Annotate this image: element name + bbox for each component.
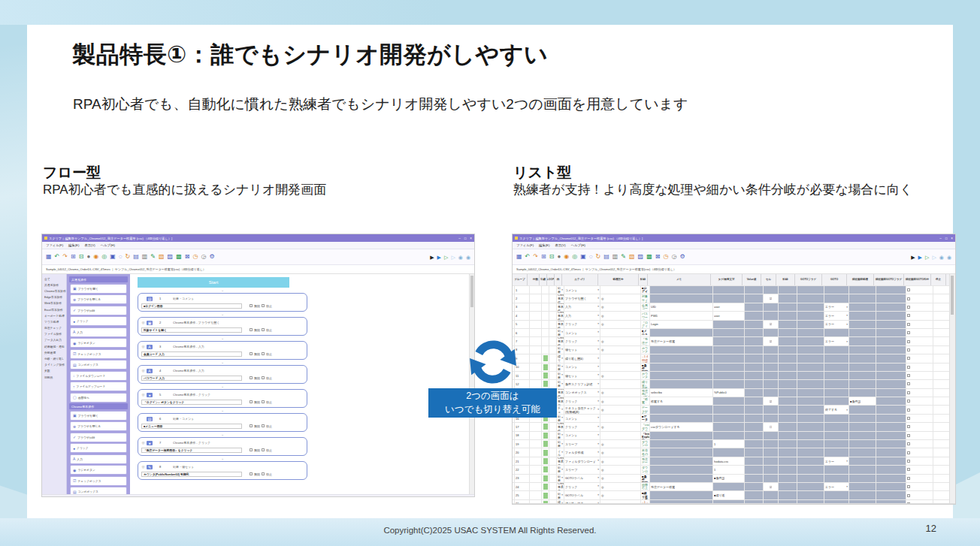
cell-action-dropdown[interactable]: テキスト存在チェック(有無確認): [564, 406, 600, 413]
cell-record-checkbox[interactable]: [764, 363, 779, 371]
toolbar-icon[interactable]: ◶: [671, 254, 676, 260]
cell-value[interactable]: [713, 372, 745, 379]
cell-stop-checkbox[interactable]: [906, 372, 933, 379]
table-row[interactable]: 7 Chrome基本操作 クリック ◎ 「発注データー検索画面」をクリック 発注…: [513, 337, 955, 345]
record-icon[interactable]: [600, 354, 641, 362]
cell-error-handling-dropdown[interactable]: [824, 466, 849, 473]
cell-tag[interactable]: Login: [650, 321, 713, 328]
cell-action-dropdown[interactable]: ファイルダウンロード: [564, 457, 600, 465]
table-row[interactable]: 12 結果 条件スクリプト記述 繰り返し回数により PublicString02…: [513, 380, 955, 388]
cell-category-dropdown[interactable]: Chrome基本操作: [557, 294, 564, 302]
cell-tag[interactable]: csvダウンロードする: [650, 423, 713, 430]
toolbar-icon[interactable]: ✎: [621, 254, 626, 260]
table-row[interactable]: 13 Chrome基本操作 コンボボックス ◎ 発注先に「PublicStrin…: [513, 389, 955, 397]
disable-checkbox[interactable]: [250, 352, 253, 355]
cell-record-checkbox[interactable]: [764, 475, 779, 482]
cell-stop-checkbox[interactable]: [906, 329, 933, 336]
cell-tag[interactable]: [650, 329, 713, 336]
play-control-icon[interactable]: ▶: [918, 255, 922, 260]
stop-checkbox[interactable]: [907, 468, 910, 471]
column-header[interactable]: グループ: [513, 274, 528, 285]
menu-item[interactable]: 表示(V): [84, 243, 95, 247]
cell-category-dropdown[interactable]: Chrome基本操作: [557, 397, 564, 405]
toolbar-icon[interactable]: ✎: [150, 254, 156, 260]
record-icon[interactable]: [600, 380, 641, 388]
cell-stop-checkbox[interactable]: [906, 491, 933, 499]
cell-category-dropdown[interactable]: 結果: [557, 380, 564, 388]
stop-checkbox[interactable]: [907, 477, 910, 480]
disable-checkbox[interactable]: [250, 472, 253, 475]
cell-error-handling-dropdown[interactable]: エラー: [824, 457, 849, 465]
cell-category-dropdown[interactable]: Chrome基本操作: [557, 312, 564, 319]
cell-action-dropdown[interactable]: GOTOラベル: [564, 491, 600, 499]
cell-action-dropdown[interactable]: クリック: [564, 397, 600, 405]
cell-memo[interactable]: 支店名のフォルダがない場合に作成: [641, 448, 650, 456]
disable-checkbox[interactable]: [250, 328, 253, 331]
cell-stop-checkbox[interactable]: [906, 432, 933, 439]
cell-value[interactable]: [713, 415, 745, 422]
stop-checkbox[interactable]: [907, 297, 910, 300]
record-icon[interactable]: ◎: [600, 303, 641, 311]
record-icon[interactable]: [600, 363, 641, 371]
toolbar-icon[interactable]: ▩: [176, 254, 182, 260]
menu-item[interactable]: ファイル(F): [46, 243, 63, 247]
cell-stop-checkbox[interactable]: [906, 423, 933, 430]
category-item[interactable]: マウス処理: [42, 318, 66, 324]
cell-tag[interactable]: [650, 415, 713, 422]
play-control-icon[interactable]: ▷: [932, 255, 936, 260]
cell-error-handling-dropdown[interactable]: [824, 475, 849, 482]
toolbar-icon[interactable]: ◌: [589, 254, 593, 260]
toolbar-icon[interactable]: ▤: [603, 254, 609, 260]
record-icon[interactable]: ◎: [600, 457, 641, 465]
category-item[interactable]: 結果確認・通知: [42, 343, 66, 349]
stop-checkbox[interactable]: [907, 323, 910, 326]
column-header[interactable]: GOTO: [822, 274, 847, 285]
cell-error-handling-dropdown[interactable]: [824, 448, 849, 456]
toolbar-icon[interactable]: ↻: [126, 254, 131, 260]
table-row[interactable]: 8 結果 値セット ◎ カウンタ(PublicNumber02) 初期化: [513, 346, 955, 354]
cell-category-dropdown[interactable]: 結果: [557, 372, 564, 379]
table-row[interactable]: 16 結果 コメント ■データダウンロード画面: [513, 415, 955, 423]
node-text-field[interactable]: 「発注データー検索画面」をクリック: [141, 448, 242, 453]
stop-checkbox[interactable]: [907, 366, 910, 369]
toolbar-icon[interactable]: ↷: [533, 254, 538, 260]
cell-action-dropdown[interactable]: コメント: [564, 415, 600, 422]
table-row[interactable]: 14 Chrome基本操作 クリック ◎ 「検索」ボタンをクリック 検索する ☑…: [513, 397, 955, 406]
play-control-icon[interactable]: ▶: [437, 255, 441, 260]
node-text-field[interactable]: カウンタ(PublicNumber02) 初期化: [141, 472, 242, 477]
record-icon[interactable]: [600, 500, 641, 503]
toolbar-icon[interactable]: ⊞: [541, 254, 546, 260]
cell-stop-checkbox[interactable]: [906, 354, 933, 362]
table-row[interactable]: 1 結果 コメント ■ログイン画面: [513, 286, 955, 294]
cell-category-dropdown[interactable]: 結果: [557, 466, 564, 473]
category-item[interactable]: 外部連携: [42, 349, 66, 355]
toolbar-icon[interactable]: ▦: [46, 254, 52, 260]
cell-category-dropdown[interactable]: Chrome基本操作: [557, 389, 564, 397]
column-header[interactable]: 記録: [776, 274, 795, 285]
column-header[interactable]: メモ: [648, 274, 711, 285]
cell-action-dropdown[interactable]: 繰り返し開始: [564, 354, 600, 362]
flow-node[interactable]: ◎ A 4 Chrome基本操作 - 入力 パスワード 入力 無効: [138, 365, 307, 384]
flow-node[interactable]: ◎ ● 7 Chrome基本操作 - クリック 「発注データー検索画面」をクリッ…: [138, 437, 307, 456]
palette-button[interactable]: ☑ チェックボックス: [70, 476, 127, 486]
stop-checkbox[interactable]: [907, 391, 910, 394]
window-button[interactable]: ×: [951, 237, 953, 240]
toolbar-icon[interactable]: ↶: [55, 254, 60, 260]
window-button[interactable]: □: [945, 237, 948, 240]
record-icon[interactable]: ◎: [600, 423, 641, 430]
toolbar-icon[interactable]: ◷: [663, 254, 668, 260]
cell-error-handling-dropdown[interactable]: [824, 432, 849, 439]
stop-checkbox[interactable]: [907, 494, 910, 497]
cell-record-checkbox[interactable]: [764, 500, 779, 503]
record-icon[interactable]: ◎: [600, 346, 641, 354]
cell-record-checkbox[interactable]: [764, 432, 779, 439]
cell-memo[interactable]: ダウンロード画面の表示待ち: [641, 440, 650, 448]
table-row[interactable]: 9 分岐・繰り返し 繰り返し開始 --1 4回繰り返し------------: [513, 354, 955, 363]
column-header[interactable]: Value値: [743, 274, 761, 285]
record-icon[interactable]: ◎: [600, 475, 641, 482]
cell-category-dropdown[interactable]: 結果: [557, 415, 564, 422]
toolbar-icon[interactable]: ▨: [638, 254, 644, 260]
stop-checkbox[interactable]: [262, 448, 265, 451]
cell-stop-checkbox[interactable]: [906, 475, 933, 482]
cell-action-dropdown[interactable]: GOTOラベル: [564, 475, 600, 482]
